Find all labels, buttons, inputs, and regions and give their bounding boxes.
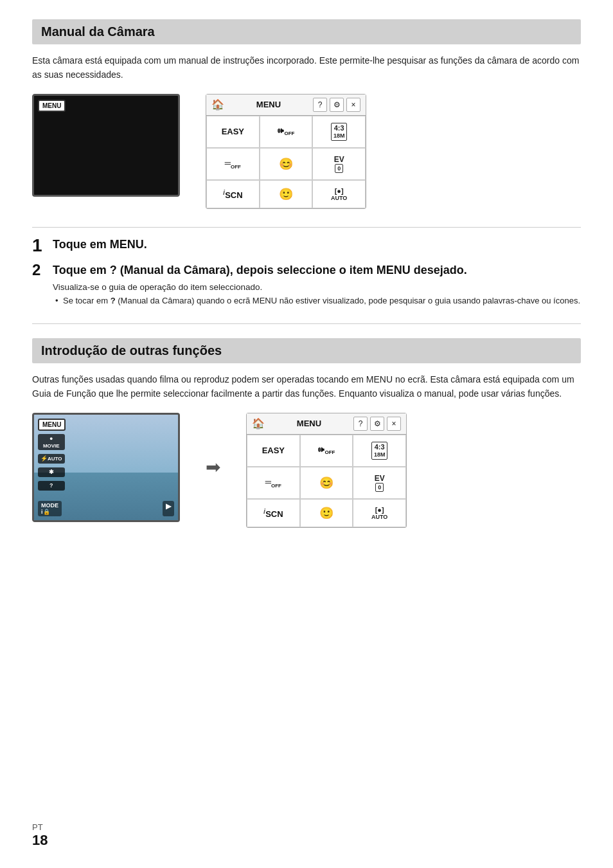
menu-label-2: MENU <box>38 419 66 431</box>
smile-shutter-icon-2: 😊 <box>319 476 333 490</box>
scene-mode-icon: ✱ <box>38 467 65 477</box>
self-timer-icon-2: 🕪OFF <box>317 446 335 455</box>
movie-icon: ●MOVIE <box>38 434 65 451</box>
menu-cell-iscn[interactable]: iSCN <box>206 180 260 208</box>
header-icons: ? ⚙ × <box>313 98 360 112</box>
ratio-icon-2: 4:3 18M <box>371 442 388 460</box>
mode-icon: MODEi🔒 <box>38 501 62 516</box>
self-timer-icon: 🕪OFF <box>277 127 294 136</box>
arrow-right-icon: ➡ <box>206 457 220 478</box>
face-detection-icon: 🙂 <box>279 187 293 201</box>
step1-content: Toque em MENU. <box>53 237 581 252</box>
arrow-container: ➡ <box>206 413 220 522</box>
ratio-icon: 4:3 18M <box>331 123 348 141</box>
playback-icon: ▶ <box>163 501 174 516</box>
burst-icon: ═OFF <box>225 158 241 170</box>
flash-icon: ⚡AUTO <box>38 454 65 464</box>
menu-cell-spot-2[interactable]: [●] AUTO <box>353 499 406 527</box>
menu-cell-face[interactable]: 🙂 <box>260 180 313 208</box>
step1-number: 1 <box>32 237 46 255</box>
section2-header: Introdução de outras funções <box>32 338 581 363</box>
step-2: 2 Toque em ? (Manual da Câmara), depois … <box>32 262 581 307</box>
section2: Introdução de outras funções Outras funç… <box>32 338 581 528</box>
camera-screen-menu: MENU <box>32 94 180 197</box>
home-icon: 🏠 <box>211 98 224 111</box>
step2-qmark: ? <box>110 264 117 276</box>
spot-metering-icon-2: [●] AUTO <box>371 506 387 520</box>
menu-cell-ev[interactable]: EV 0 <box>312 148 366 181</box>
step2-note: Se tocar em ? (Manual da Câmara) quando … <box>53 294 581 307</box>
smile-shutter-icon: 😊 <box>279 157 293 171</box>
section1-body: Esta câmara está equipada com um manual … <box>32 53 581 82</box>
question-icon: ? <box>318 100 323 109</box>
bottom-icons: MODEi🔒 ▶ <box>34 501 178 516</box>
gear-icon-2: ⚙ <box>374 419 381 428</box>
close-icon: × <box>351 100 355 109</box>
page-label: PT <box>32 822 43 832</box>
menu-cell-smile-2[interactable]: 😊 <box>300 467 353 500</box>
gear-icon: ⚙ <box>333 100 341 109</box>
face-detection-icon-2: 🙂 <box>319 506 333 520</box>
help-icon: ? <box>38 481 65 491</box>
easy-label: EASY <box>222 127 244 136</box>
iscn-icon-2: iSCN <box>263 507 283 519</box>
menu-screen-label: MENU <box>38 100 66 112</box>
note-qmark: ? <box>111 296 116 305</box>
gear-icon-btn[interactable]: ⚙ <box>330 98 344 112</box>
page-number: 18 <box>32 832 48 849</box>
easy-label-2: EASY <box>262 446 285 455</box>
page-footer: PT 18 <box>32 822 48 849</box>
side-icons: ●MOVIE ⚡AUTO ✱ ? <box>38 434 65 491</box>
menu-cell-burst[interactable]: ═OFF <box>206 148 260 181</box>
section1-title: Manual da Câmara <box>41 24 572 39</box>
menu-cell-ratio[interactable]: 4:3 18M <box>312 116 366 148</box>
menu-cell-spot[interactable]: [●] AUTO <box>312 180 366 208</box>
menu-cell-self-timer-2[interactable]: 🕪OFF <box>300 435 353 467</box>
menu-cell-face-2[interactable]: 🙂 <box>300 499 353 527</box>
menu-grid-1: EASY 🕪OFF 4:3 18M ═OFF <box>206 116 366 209</box>
gear-icon-btn-2[interactable]: ⚙ <box>370 417 384 431</box>
menu-header-text: MENU <box>256 100 281 109</box>
section2-diagrams: MENU ●MOVIE ⚡AUTO ✱ ? MODEi🔒 ▶ ➡ 🏠 MENU <box>32 413 581 529</box>
step2-number: 2 <box>32 262 46 278</box>
question-icon-btn[interactable]: ? <box>313 98 327 112</box>
steps-section: 1 Toque em MENU. 2 Toque em ? (Manual da… <box>32 227 581 324</box>
ev-icon: EV 0 <box>334 155 344 174</box>
menu-cell-burst-2[interactable]: ═OFF <box>247 467 300 500</box>
menu-panel-header: 🏠 MENU ? ⚙ × <box>206 95 366 116</box>
question-icon-btn-2[interactable]: ? <box>353 417 368 431</box>
menu-cell-iscn-2[interactable]: iSCN <box>247 499 300 527</box>
question-icon-2: ? <box>359 419 363 428</box>
burst-icon-2: ═OFF <box>265 477 281 489</box>
menu-cell-self-timer[interactable]: 🕪OFF <box>260 116 313 148</box>
menu-cell-easy[interactable]: EASY <box>206 116 260 148</box>
header-icons-2: ? ⚙ × <box>353 417 401 431</box>
section1-header: Manual da Câmara <box>32 19 581 44</box>
ev-icon-2: EV 0 <box>375 474 385 493</box>
close-icon-2: × <box>391 419 396 428</box>
step-1: 1 Toque em MENU. <box>32 237 581 255</box>
section2-title: Introdução de outras funções <box>41 343 572 358</box>
menu-panel-2-header: 🏠 MENU ? ⚙ × <box>247 413 406 435</box>
home-icon-2: 🏠 <box>252 417 265 429</box>
step2-desc: Visualiza-se o guia de operação do item … <box>53 281 581 294</box>
section1: Manual da Câmara Esta câmara está equipa… <box>32 19 581 324</box>
close-icon-btn[interactable]: × <box>346 98 360 112</box>
menu-cell-ev-2[interactable]: EV 0 <box>353 467 406 500</box>
menu-panel-2: 🏠 MENU ? ⚙ × EASY <box>246 413 407 529</box>
section1-diagrams: MENU 🏠 MENU ? ⚙ × <box>32 94 581 210</box>
close-icon-btn-2[interactable]: × <box>387 417 401 431</box>
step1-title: Toque em MENU. <box>53 238 147 251</box>
section2-body: Outras funções usadas quando filma ou re… <box>32 372 581 401</box>
menu-panel-1: 🏠 MENU ? ⚙ × EASY <box>206 94 366 210</box>
menu-cell-smile[interactable]: 😊 <box>260 148 313 181</box>
camera-screen-scene: MENU ●MOVIE ⚡AUTO ✱ ? MODEi🔒 ▶ <box>32 413 180 522</box>
step2-title: Toque em ? (Manual da Câmara), depois se… <box>53 262 581 278</box>
menu-header-text-2: MENU <box>297 419 321 428</box>
menu-cell-ratio-2[interactable]: 4:3 18M <box>353 435 406 467</box>
step2-content: Toque em ? (Manual da Câmara), depois se… <box>53 262 581 307</box>
menu-cell-easy-2[interactable]: EASY <box>247 435 300 467</box>
spot-metering-icon: [●] AUTO <box>331 187 347 201</box>
iscn-icon: iSCN <box>223 188 243 200</box>
menu-grid-2: EASY 🕪OFF 4:3 18M ═OFF <box>247 435 406 528</box>
